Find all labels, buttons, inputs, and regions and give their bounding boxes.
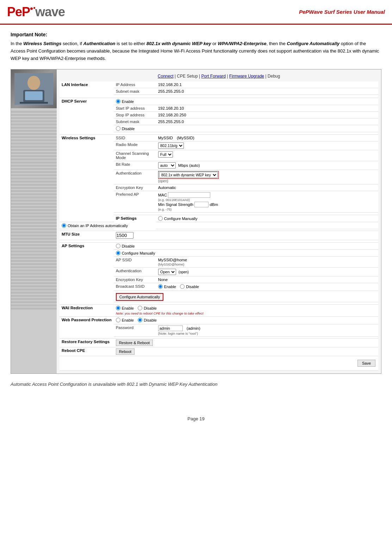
dhcp-disable-text: Disable (122, 127, 135, 131)
wireless-channel-label: Channel Scanning Mode (114, 150, 156, 161)
wireless-ssid-value: MySSID (MySSID) (156, 135, 378, 141)
wireless-enckey-value: Automatic (156, 184, 378, 191)
lan-ip-value: 192.168.20.1 (156, 81, 378, 88)
nav-firmware[interactable]: Firmware Upgrade (229, 74, 264, 79)
dhcp-enable-cell: Enable (114, 98, 378, 105)
wireless-prefap-signal-row: Min Signal Strength dBm (158, 202, 376, 207)
ap-auth-select[interactable]: Open (158, 269, 176, 275)
ip-obtain-auto-radio[interactable] (62, 223, 66, 228)
webpwd-password-input[interactable] (158, 325, 183, 331)
mtu-value-cell (114, 231, 378, 240)
restore-reboot-button[interactable]: Restore & Reboot (116, 340, 153, 346)
wireless-bitrate-select[interactable]: auto (158, 162, 176, 169)
wai-enable-label: Enable (116, 306, 134, 310)
dhcp-enable-row: DHCP Server Enable (60, 98, 378, 105)
ap-configure-manually-radio-label: Configure Manually (116, 251, 376, 255)
ap-broadcast-enable-radio[interactable] (158, 284, 163, 289)
webpwd-password-note: (Note: login name is "root") (158, 331, 198, 335)
wireless-auth-parens: (open) (158, 179, 168, 183)
configure-automatically-button[interactable]: Configure Automatically (116, 293, 164, 301)
webpwd-password-value: (admin) (Note: login name is "root") (156, 324, 378, 337)
wireless-prefap-signal-input[interactable] (194, 202, 209, 207)
wireless-ssid-row: Wireless Settings SSID MySSID (MySSID) (60, 135, 378, 141)
ap-ssid-label: AP SSID (114, 257, 156, 268)
wai-disable-label: Disable (138, 306, 157, 310)
nav-port-forward[interactable]: Port Forward (201, 74, 225, 79)
wireless-auth-value: 802.1x with dynamic WEP key (open) (156, 170, 378, 184)
important-note-text: In the Wireless Settings section, if Aut… (11, 40, 381, 62)
wireless-auth-select[interactable]: 802.1x with dynamic WEP key (159, 172, 218, 178)
settings-table: LAN Interface IP Address 192.168.20.1 Su… (60, 81, 378, 371)
restore-btn-cell: Restore & Reboot (114, 339, 378, 347)
ap-configure-manually-text: Configure Manually (122, 251, 155, 255)
webpwd-label: Web Password Protection (60, 317, 114, 339)
wpa-ref: WPA/WPA2-Enterprise (218, 41, 266, 46)
wai-value: Enable Disable Note: you need to reboot … (114, 305, 378, 317)
ap-configure-manually-radio[interactable] (116, 251, 120, 255)
ip-obtain-auto-label: Obtain an IP Address automatically (62, 223, 154, 228)
ap-disable-row: AP Settings Disable (60, 243, 378, 250)
webpwd-enable-radio[interactable] (116, 318, 120, 322)
wireless-channel-select[interactable]: Full (158, 151, 173, 158)
save-row: Save (60, 356, 378, 371)
dhcp-subnet-label: Subnet mask (114, 118, 156, 125)
ap-ssid-value: MySSID@home (MySSID@home) (156, 257, 378, 268)
dhcp-stop-label: Stop IP address (114, 112, 156, 118)
wireless-auth-highlight: 802.1x with dynamic WEP key (158, 171, 219, 179)
wireless-bitrate-unit: Mbps (auto) (178, 163, 200, 168)
wireless-bitrate-value: auto Mbps (auto) (156, 161, 378, 170)
webpwd-password-label: Password (114, 324, 156, 337)
webpwd-disable-radio-label: Disable (138, 318, 157, 322)
wireless-bitrate-label: Bit Rate (114, 161, 156, 170)
webpwd-disable-radio[interactable] (138, 318, 142, 322)
dhcp-enable-radio[interactable] (116, 99, 120, 104)
nav-connect[interactable]: Connect (158, 74, 174, 79)
page-number: Page 19 (187, 416, 204, 421)
nav-debug: Debug (268, 74, 280, 79)
save-cell: Save (60, 356, 378, 371)
ap-disable-radio[interactable] (116, 244, 120, 248)
screenshot-box: Connect | CPE Setup | Port Forward | Fir… (11, 69, 381, 374)
wireless-prefap-mac-input[interactable] (168, 192, 210, 198)
dhcp-start-label: Start IP address (114, 105, 156, 112)
ap-broadcast-disable-text: Disable (186, 285, 199, 289)
wai-enable-radio[interactable] (116, 306, 120, 310)
webpwd-password-parens: (admin) (187, 326, 200, 330)
dhcp-disable-radio-label: Disable (116, 126, 376, 131)
save-button[interactable]: Save (357, 360, 375, 367)
reboot-row: Reboot CPE Reboot (60, 347, 378, 356)
wireless-radio-value: 802.11b/g (156, 141, 378, 150)
wireless-settings-ref: Wireless Settings (23, 41, 61, 46)
mtu-input[interactable] (116, 232, 133, 239)
ip-obtain-auto-row: Obtain an IP Address automatically (60, 222, 378, 229)
webpwd-enable-text: Enable (122, 318, 134, 322)
wireless-settings-label: Wireless Settings (60, 135, 114, 222)
ip-obtain-auto-cell: Obtain an IP Address automatically (60, 222, 156, 229)
ip-configure-manually-radio[interactable] (158, 216, 163, 221)
webpwd-disable-text: Disable (144, 318, 157, 322)
ap-disable-text: Disable (122, 244, 135, 248)
wireless-auth-label: Authentication (114, 170, 156, 184)
wireless-radio-select[interactable]: 802.11b/g (158, 142, 184, 149)
wireless-ssid-label: SSID (114, 135, 156, 141)
lan-ip-row: LAN Interface IP Address 192.168.20.1 (60, 81, 378, 88)
reboot-button[interactable]: Reboot (116, 348, 135, 355)
restore-label: Restore Factory Settings (60, 339, 114, 347)
ip-obtain-auto-text: Obtain an IP Address automatically (68, 224, 128, 228)
ap-broadcast-enable-text: Enable (164, 285, 176, 289)
logo-wave: wave (35, 5, 65, 19)
wai-label: WAI Redirection (60, 305, 114, 317)
dhcp-disable-radio[interactable] (116, 126, 120, 131)
ap-disable-radio-label: Disable (116, 244, 376, 248)
config-auto-ref: Configure Automatically (287, 41, 340, 46)
footer: Page 19 (0, 409, 392, 428)
webpwd-enable-cell: Enable Disable (114, 317, 378, 324)
ap-broadcast-disable-label: Disable (180, 284, 199, 289)
ap-configure-auto-cell: Configure Automatically (114, 291, 378, 302)
header-title: PePWave Surf Series User Manual (299, 9, 385, 15)
wai-enable-text: Enable (122, 306, 134, 310)
ap-broadcast-disable-radio[interactable] (180, 284, 185, 289)
ap-broadcast-value: Enable Disable (156, 283, 378, 291)
dhcp-enable-text: Enable (122, 99, 134, 104)
wai-disable-radio[interactable] (138, 306, 142, 310)
